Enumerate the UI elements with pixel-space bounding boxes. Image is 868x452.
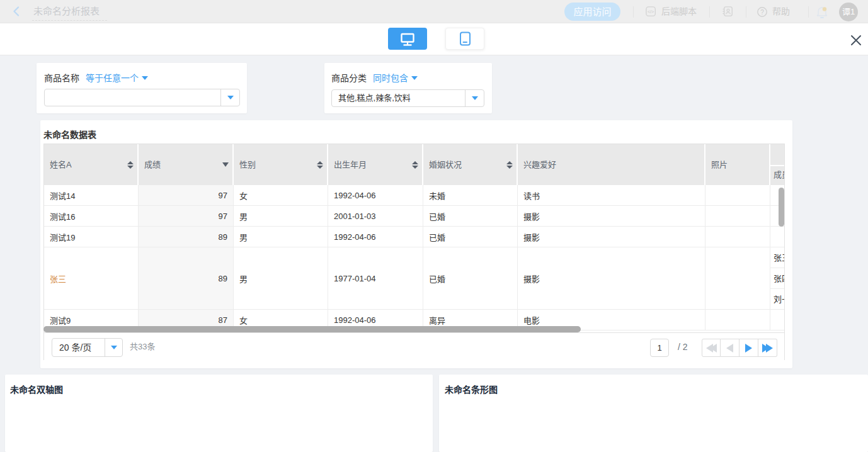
svg-text:?: ? (760, 9, 764, 16)
svg-text:</>: </> (648, 9, 654, 14)
